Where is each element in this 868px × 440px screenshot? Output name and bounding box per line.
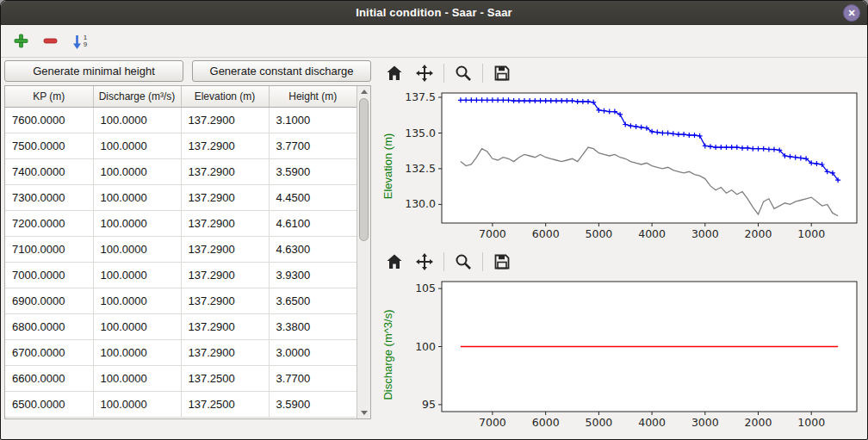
table-cell[interactable]: 6600.0000 bbox=[5, 365, 93, 391]
table-cell[interactable]: 137.2900 bbox=[181, 236, 269, 262]
table-cell[interactable]: 3.3800 bbox=[269, 313, 356, 339]
table-cell[interactable]: 100.0000 bbox=[93, 339, 181, 365]
home-icon bbox=[385, 64, 404, 83]
table-cell[interactable]: 7200.0000 bbox=[5, 210, 93, 236]
table-cell[interactable]: 100.0000 bbox=[93, 236, 181, 262]
triangle-up-icon bbox=[361, 90, 368, 94]
discharge-chart-area: Discharge (m^3/s) 7000600050004000300020… bbox=[378, 276, 865, 434]
discharge-y-axis-label: Discharge (m^3/s) bbox=[378, 276, 397, 434]
x-tick-label: 2000 bbox=[745, 227, 772, 240]
column-header-height[interactable]: Height (m) bbox=[269, 86, 356, 107]
vertical-scrollbar[interactable] bbox=[356, 86, 370, 418]
table-cell[interactable]: 3.1000 bbox=[269, 107, 356, 133]
table-cell[interactable]: 7400.0000 bbox=[5, 158, 93, 184]
table-cell[interactable]: 3.0000 bbox=[269, 339, 356, 365]
table-cell[interactable]: 137.2900 bbox=[181, 184, 269, 210]
save-button[interactable] bbox=[491, 251, 513, 273]
table-cell[interactable]: 3.9300 bbox=[269, 262, 356, 288]
minus-icon bbox=[42, 33, 59, 49]
scroll-up-button[interactable] bbox=[357, 86, 370, 97]
table-cell[interactable]: 100.0000 bbox=[93, 107, 181, 133]
table-cell[interactable]: 4.4500 bbox=[269, 184, 356, 210]
remove-row-button[interactable] bbox=[37, 28, 63, 54]
table-cell[interactable]: 100.0000 bbox=[93, 262, 181, 288]
table-cell[interactable]: 6500.0000 bbox=[5, 391, 93, 417]
table-cell[interactable]: 7000.0000 bbox=[5, 262, 93, 288]
table-row: 6700.0000100.0000137.29003.0000 bbox=[5, 339, 356, 365]
table-cell[interactable]: 3.5900 bbox=[269, 158, 356, 184]
table-cell[interactable]: 100.0000 bbox=[93, 158, 181, 184]
zoom-button[interactable] bbox=[452, 251, 474, 273]
discharge-plot[interactable]: 700060005000400030002000100095100105 bbox=[397, 276, 864, 434]
table-cell[interactable]: 3.7700 bbox=[269, 365, 356, 391]
table-cell[interactable]: 3.7700 bbox=[269, 133, 356, 158]
magnifier-icon bbox=[454, 252, 473, 271]
toolbar-separator bbox=[443, 252, 444, 271]
table-cell[interactable]: 100.0000 bbox=[93, 133, 181, 158]
table-cell[interactable]: 3.6500 bbox=[269, 288, 356, 313]
table-cell[interactable]: 100.0000 bbox=[93, 288, 181, 313]
generate-buttons-row: Generate minimal height Generate constan… bbox=[4, 60, 371, 82]
table-cell[interactable]: 137.2900 bbox=[181, 210, 269, 236]
x-tick-label: 3000 bbox=[691, 416, 719, 429]
table-row: 6900.0000100.0000137.29003.6500 bbox=[5, 288, 356, 313]
table-cell[interactable]: 137.2900 bbox=[181, 133, 269, 158]
generate-constant-discharge-button[interactable]: Generate constant discharge bbox=[192, 60, 371, 82]
elevation-y-axis-label: Elevation (m) bbox=[378, 87, 397, 245]
table-cell[interactable]: 100.0000 bbox=[93, 313, 181, 339]
scrollbar-thumb[interactable] bbox=[359, 98, 369, 241]
x-tick-label: 7000 bbox=[479, 416, 506, 429]
table-cell[interactable]: 137.2900 bbox=[181, 107, 269, 133]
table-cell[interactable]: 4.6300 bbox=[269, 236, 356, 262]
save-icon bbox=[493, 252, 512, 271]
table-cell[interactable]: 137.2900 bbox=[181, 262, 269, 288]
x-tick-label: 6000 bbox=[532, 227, 560, 240]
pan-button[interactable] bbox=[413, 62, 436, 84]
table-cell[interactable]: 3.5900 bbox=[269, 391, 356, 417]
discharge-chart-block: Discharge (m^3/s) 7000600050004000300020… bbox=[378, 247, 865, 434]
zoom-button[interactable] bbox=[452, 62, 474, 84]
table-cell[interactable]: 100.0000 bbox=[93, 210, 181, 236]
table-row: 6800.0000100.0000137.29003.3800 bbox=[5, 313, 356, 339]
elevation-plot[interactable]: 7000600050004000300020001000130.0132.513… bbox=[397, 87, 864, 245]
titlebar[interactable]: Initial condition - Saar - Saar ✕ bbox=[1, 1, 867, 25]
x-tick-label: 6000 bbox=[532, 416, 560, 429]
save-button[interactable] bbox=[491, 62, 513, 84]
table-cell[interactable]: 137.2900 bbox=[181, 288, 269, 313]
home-button[interactable] bbox=[383, 251, 406, 273]
add-row-button[interactable] bbox=[8, 28, 34, 54]
table-row: 7500.0000100.0000137.29003.7700 bbox=[5, 133, 356, 158]
table-cell[interactable]: 7300.0000 bbox=[5, 184, 93, 210]
table-cell[interactable]: 137.2900 bbox=[181, 339, 269, 365]
table-cell[interactable]: 7500.0000 bbox=[5, 133, 93, 158]
home-button[interactable] bbox=[383, 62, 406, 84]
column-header-discharge[interactable]: Discharge (m³/s) bbox=[93, 86, 181, 107]
column-header-elevation[interactable]: Elevation (m) bbox=[181, 86, 269, 107]
generate-minimal-height-button[interactable]: Generate minimal height bbox=[4, 60, 183, 82]
sort-button[interactable]: 1 9 bbox=[66, 28, 92, 54]
table-cell[interactable]: 7100.0000 bbox=[5, 236, 93, 262]
table-cell[interactable]: 100.0000 bbox=[93, 365, 181, 391]
table-cell[interactable]: 7600.0000 bbox=[5, 107, 93, 133]
table-cell[interactable]: 137.2500 bbox=[181, 391, 269, 417]
table-cell[interactable]: 100.0000 bbox=[93, 391, 181, 417]
app-toolbar: 1 9 bbox=[1, 25, 867, 58]
scroll-down-button[interactable] bbox=[357, 407, 370, 418]
table-cell[interactable]: 6800.0000 bbox=[5, 313, 93, 339]
x-tick-label: 1000 bbox=[797, 227, 825, 240]
close-button[interactable]: ✕ bbox=[843, 4, 860, 22]
table-cell[interactable]: 6900.0000 bbox=[5, 288, 93, 313]
table-cell[interactable]: 137.2500 bbox=[181, 365, 269, 391]
sort-descending-icon: 1 9 bbox=[71, 33, 87, 50]
sort-digit-bottom: 9 bbox=[84, 41, 87, 48]
pan-button[interactable] bbox=[413, 251, 436, 273]
x-tick-label: 5000 bbox=[585, 416, 612, 429]
table-cell[interactable]: 137.2900 bbox=[181, 158, 269, 184]
scrollbar-track[interactable] bbox=[357, 97, 370, 407]
table-cell[interactable]: 137.2900 bbox=[181, 313, 269, 339]
table-cell[interactable]: 4.6100 bbox=[269, 210, 356, 236]
column-header-kp[interactable]: KP (m) bbox=[5, 86, 93, 107]
table-cell[interactable]: 6700.0000 bbox=[5, 339, 93, 365]
table-cell[interactable]: 100.0000 bbox=[93, 184, 181, 210]
save-icon bbox=[493, 64, 512, 83]
